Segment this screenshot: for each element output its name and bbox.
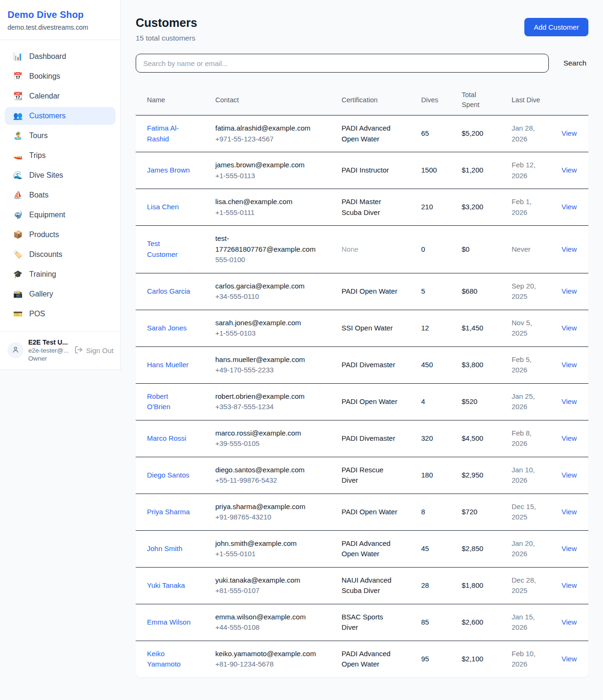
customer-name-link[interactable]: James Brown bbox=[147, 166, 190, 174]
view-link[interactable]: View bbox=[562, 166, 577, 174]
sidebar-item-training[interactable]: 🎓 Training bbox=[5, 265, 115, 283]
customer-name-link[interactable]: Test Customer bbox=[147, 239, 178, 258]
user-email: e2e-tester@... bbox=[28, 347, 70, 354]
customer-last-dive: Jan 10, 2026 bbox=[512, 457, 562, 494]
customer-name-link[interactable]: Diego Santos bbox=[147, 471, 189, 479]
main-content: Customers 15 total customers Add Custome… bbox=[121, 0, 603, 696]
customer-certification: PADI Instructor bbox=[342, 157, 421, 183]
view-link[interactable]: View bbox=[562, 397, 577, 405]
sidebar-item-label: Products bbox=[29, 231, 59, 239]
customer-last-dive: Never bbox=[512, 237, 562, 263]
customer-name-link[interactable]: Fatima Al-Rashid bbox=[147, 124, 179, 143]
shop-name: Demo Dive Shop bbox=[8, 9, 113, 20]
sidebar-item-products[interactable]: 📦 Products bbox=[5, 226, 115, 244]
customer-phone: +44-555-0108 bbox=[215, 622, 318, 633]
customer-name-link[interactable]: Keiko Yamamoto bbox=[147, 650, 180, 668]
customer-contact: john.smith@example.com +1-555-0101 bbox=[215, 531, 342, 567]
view-link[interactable]: View bbox=[562, 203, 577, 211]
view-link[interactable]: View bbox=[562, 324, 577, 332]
sidebar-item-trips[interactable]: 🚤 Trips bbox=[5, 147, 115, 165]
bookings-icon: 📅 bbox=[13, 73, 23, 80]
sidebar-item-bookings[interactable]: 📅 Bookings bbox=[5, 67, 115, 85]
customer-phone: +34-555-0110 bbox=[215, 291, 318, 302]
customer-phone: +55-11-99876-5432 bbox=[215, 475, 318, 486]
customer-dives: 1500 bbox=[421, 157, 462, 183]
customer-phone: +39-555-0105 bbox=[215, 438, 318, 449]
sidebar-item-label: Customers bbox=[29, 112, 65, 120]
customer-name-link[interactable]: Marco Rossi bbox=[147, 434, 186, 442]
customers-table: Name Contact Certification Dives Total S… bbox=[136, 85, 588, 677]
column-header-name: Name bbox=[136, 90, 215, 110]
table-row: Robert O'Brien robert.obrien@example.com… bbox=[136, 384, 588, 420]
customer-name-link[interactable]: Yuki Tanaka bbox=[147, 581, 185, 589]
view-link[interactable]: View bbox=[562, 129, 577, 137]
sidebar-item-dive-sites[interactable]: 🌊 Dive Sites bbox=[5, 166, 115, 184]
sidebar-item-label: Discounts bbox=[29, 250, 62, 259]
customer-phone: +91-98765-43210 bbox=[215, 512, 318, 523]
customer-name-link[interactable]: Robert O'Brien bbox=[147, 392, 171, 411]
view-link[interactable]: View bbox=[562, 581, 577, 589]
customer-last-dive: Jan 25, 2026 bbox=[512, 384, 562, 420]
customer-certification: PADI Open Water bbox=[342, 499, 421, 525]
customer-last-dive: Jan 20, 2026 bbox=[512, 531, 562, 567]
customer-total-spent: $2,850 bbox=[462, 536, 512, 562]
dive-sites-icon: 🌊 bbox=[13, 172, 23, 179]
user-role: Owner bbox=[28, 355, 70, 362]
tours-icon: 🏝️ bbox=[13, 132, 23, 140]
customer-contact: fatima.alrashid@example.com +971-55-123-… bbox=[215, 115, 342, 152]
view-link[interactable]: View bbox=[562, 245, 577, 253]
table-row: Emma Wilson emma.wilson@example.com +44-… bbox=[136, 604, 588, 641]
sidebar-item-boats[interactable]: ⛵ Boats bbox=[5, 186, 115, 204]
sidebar-header: Demo Dive Shop demo.test.divestreams.com bbox=[0, 0, 120, 40]
sign-out-button[interactable]: Sign Out bbox=[74, 346, 114, 355]
table-row: Test Customer test-1772681807767@example… bbox=[136, 226, 588, 273]
gallery-icon: 📸 bbox=[13, 290, 23, 298]
column-header-total-spent: Total Spent bbox=[462, 85, 512, 115]
view-link[interactable]: View bbox=[562, 434, 577, 442]
table-row: Priya Sharma priya.sharma@example.com +9… bbox=[136, 494, 588, 531]
customer-email: hans.mueller@example.com bbox=[215, 354, 318, 365]
view-link[interactable]: View bbox=[562, 618, 577, 626]
customer-email: keiko.yamamoto@example.com bbox=[215, 649, 318, 659]
customer-dives: 85 bbox=[421, 609, 462, 635]
customer-contact: marco.rossi@example.com +39-555-0105 bbox=[215, 420, 342, 457]
customer-email: fatima.alrashid@example.com bbox=[215, 123, 318, 134]
view-link[interactable]: View bbox=[562, 287, 577, 295]
sidebar-item-equipment[interactable]: 🤿 Equipment bbox=[5, 206, 115, 224]
column-header-contact: Contact bbox=[215, 90, 342, 110]
sidebar-item-label: Tours bbox=[29, 132, 48, 140]
sidebar-item-gallery[interactable]: 📸 Gallery bbox=[5, 285, 115, 303]
customer-name-link[interactable]: Emma Wilson bbox=[147, 618, 191, 626]
search-button[interactable]: Search bbox=[562, 55, 588, 71]
view-link[interactable]: View bbox=[562, 361, 577, 369]
add-customer-button[interactable]: Add Customer bbox=[524, 18, 588, 36]
sidebar-item-pos[interactable]: 💳 POS bbox=[5, 305, 115, 323]
sidebar-item-label: Dive Sites bbox=[29, 171, 63, 180]
customer-contact: emma.wilson@example.com +44-555-0108 bbox=[215, 604, 342, 641]
customer-name-link[interactable]: Lisa Chen bbox=[147, 203, 179, 211]
customer-name-link[interactable]: John Smith bbox=[147, 544, 182, 552]
view-link[interactable]: View bbox=[562, 471, 577, 479]
view-link[interactable]: View bbox=[562, 508, 577, 516]
customer-name-link[interactable]: Hans Mueller bbox=[147, 361, 188, 369]
search-input[interactable] bbox=[136, 54, 549, 73]
boats-icon: ⛵ bbox=[13, 191, 23, 199]
customer-total-spent: $2,100 bbox=[462, 646, 512, 672]
sidebar-item-tours[interactable]: 🏝️ Tours bbox=[5, 127, 115, 145]
sidebar-item-dashboard[interactable]: 📊 Dashboard bbox=[5, 48, 115, 66]
sidebar-item-label: Trips bbox=[29, 151, 46, 160]
customer-contact: yuki.tanaka@example.com +81-555-0107 bbox=[215, 568, 342, 604]
user-name: E2E Test U... bbox=[28, 338, 70, 346]
view-link[interactable]: View bbox=[562, 655, 577, 663]
view-link[interactable]: View bbox=[562, 544, 577, 552]
customer-dives: 180 bbox=[421, 462, 462, 488]
sidebar-item-customers[interactable]: 👥 Customers bbox=[5, 107, 115, 125]
customer-phone: +353-87-555-1234 bbox=[215, 402, 318, 412]
customer-name-link[interactable]: Priya Sharma bbox=[147, 508, 190, 516]
customer-count: 15 total customers bbox=[136, 34, 197, 42]
customer-certification: PADI Open Water bbox=[342, 279, 421, 305]
customer-name-link[interactable]: Sarah Jones bbox=[147, 324, 187, 332]
sidebar-item-calendar[interactable]: 📆 Calendar bbox=[5, 87, 115, 105]
customer-name-link[interactable]: Carlos Garcia bbox=[147, 287, 190, 295]
sidebar-item-discounts[interactable]: 🏷️ Discounts bbox=[5, 246, 115, 264]
